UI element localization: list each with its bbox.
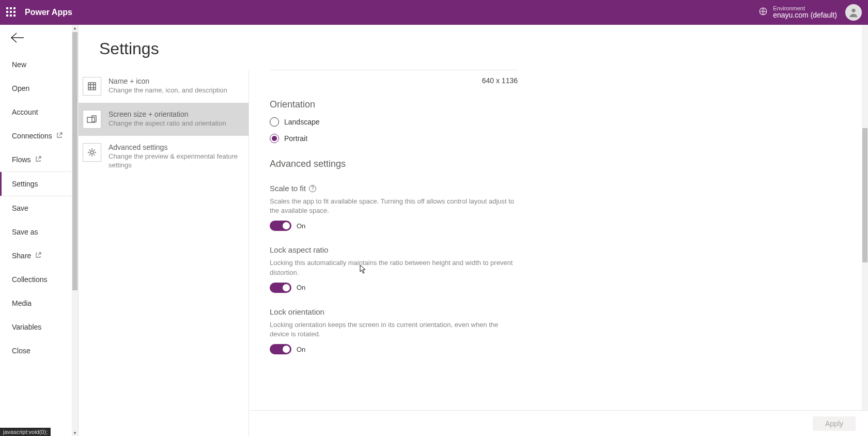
page-title: Settings bbox=[79, 25, 868, 70]
status-hint: javascript:void(0); bbox=[0, 428, 51, 436]
sidebar-item-save[interactable]: Save bbox=[0, 196, 78, 220]
radio-label: Portrait bbox=[284, 134, 307, 143]
category-desc: Change the aspect ratio and orientation bbox=[109, 119, 226, 128]
sidebar-scrollbar[interactable]: ▲ ▼ bbox=[72, 25, 78, 436]
sidebar-item-flows[interactable]: Flows bbox=[0, 148, 78, 172]
toggle-state-label: On bbox=[297, 284, 305, 291]
apply-button[interactable]: Apply bbox=[813, 416, 856, 431]
setting-title-label: Lock aspect ratio bbox=[270, 245, 328, 254]
svg-rect-2 bbox=[88, 83, 96, 90]
sidebar-item-save-as[interactable]: Save as bbox=[0, 220, 78, 244]
app-launcher-icon[interactable] bbox=[6, 7, 17, 18]
toggle-switch[interactable] bbox=[270, 344, 291, 354]
orientation-heading: Orientation bbox=[270, 99, 847, 110]
radio-circle-icon bbox=[270, 117, 279, 127]
sidebar-item-open[interactable]: Open bbox=[0, 76, 78, 100]
setting-title-label: Scale to fit bbox=[270, 184, 306, 193]
sidebar-item-label: Collections bbox=[12, 275, 47, 284]
setting-desc: Scales the app to fit available space. T… bbox=[270, 197, 518, 215]
sidebar-item-label: Save as bbox=[12, 228, 38, 236]
sidebar: NewOpenAccountConnectionsFlowsSettingsSa… bbox=[0, 25, 79, 436]
category-icon bbox=[83, 110, 101, 129]
toggle-state-label: On bbox=[297, 346, 305, 353]
sidebar-item-settings[interactable]: Settings bbox=[0, 172, 78, 196]
category-title: Name + icon bbox=[109, 77, 227, 85]
sidebar-item-label: New bbox=[12, 60, 26, 69]
sidebar-item-media[interactable]: Media bbox=[0, 291, 78, 315]
sidebar-item-label: Media bbox=[12, 299, 32, 307]
advanced-heading: Advanced settings bbox=[270, 159, 847, 169]
detail-scrollbar[interactable] bbox=[862, 25, 868, 410]
orientation-radio-portrait[interactable]: Portrait bbox=[270, 134, 847, 143]
category-icon bbox=[83, 143, 101, 162]
radio-label: Landscape bbox=[284, 118, 320, 126]
sidebar-item-label: Open bbox=[12, 84, 29, 92]
category-panel: Name + iconChange the name, icon, and de… bbox=[79, 70, 249, 436]
sidebar-item-label: Flows bbox=[12, 155, 31, 164]
sidebar-item-variables[interactable]: Variables bbox=[0, 315, 78, 339]
pop-out-icon bbox=[35, 155, 41, 164]
user-avatar[interactable] bbox=[845, 4, 862, 21]
svg-point-5 bbox=[90, 151, 94, 154]
category-desc: Change the name, icon, and description bbox=[109, 86, 227, 95]
back-button[interactable] bbox=[0, 25, 78, 53]
help-icon[interactable]: ? bbox=[309, 185, 316, 192]
bottom-bar: Apply bbox=[250, 410, 868, 436]
category-title: Screen size + orientation bbox=[109, 110, 226, 118]
environment-name: enayu.com (default) bbox=[773, 11, 837, 19]
sidebar-item-label: Account bbox=[12, 108, 38, 116]
pop-out-icon bbox=[56, 132, 63, 140]
sidebar-item-connections[interactable]: Connections bbox=[0, 124, 78, 148]
sidebar-item-account[interactable]: Account bbox=[0, 100, 78, 124]
category-title: Advanced settings bbox=[109, 143, 238, 151]
sidebar-item-label: Variables bbox=[12, 323, 41, 331]
sidebar-item-collections[interactable]: Collections bbox=[0, 268, 78, 291]
category-icon bbox=[83, 77, 101, 96]
sidebar-item-share[interactable]: Share bbox=[0, 244, 78, 268]
setting-desc: Locking orientation keeps the screen in … bbox=[270, 320, 518, 339]
svg-rect-4 bbox=[92, 116, 96, 122]
setting-scale-to-fit: Scale to fit?Scales the app to fit avail… bbox=[270, 184, 518, 231]
globe-icon bbox=[758, 7, 768, 18]
screen-size-value: 640 x 1136 bbox=[270, 70, 518, 91]
sidebar-item-close[interactable]: Close bbox=[0, 339, 78, 363]
sidebar-item-label: Share bbox=[12, 252, 31, 260]
setting-lock-orientation: Lock orientationLocking orientation keep… bbox=[270, 307, 518, 354]
radio-circle-icon bbox=[270, 134, 279, 143]
toggle-switch[interactable] bbox=[270, 221, 291, 231]
category-name-icon[interactable]: Name + iconChange the name, icon, and de… bbox=[79, 70, 249, 103]
sidebar-item-label: Connections bbox=[12, 132, 52, 140]
category-screen-size-orientation[interactable]: Screen size + orientationChange the aspe… bbox=[79, 103, 249, 136]
environment-picker[interactable]: Environment enayu.com (default) bbox=[758, 5, 837, 19]
sidebar-item-label: Save bbox=[12, 204, 28, 212]
svg-point-1 bbox=[851, 9, 855, 12]
pop-out-icon bbox=[35, 252, 41, 260]
top-bar: Power Apps Environment enayu.com (defaul… bbox=[0, 0, 868, 25]
setting-desc: Locking this automatically maintains the… bbox=[270, 258, 518, 277]
toggle-switch[interactable] bbox=[270, 283, 291, 293]
sidebar-item-label: Close bbox=[12, 347, 30, 355]
category-advanced-settings[interactable]: Advanced settingsChange the preview & ex… bbox=[79, 136, 249, 177]
sidebar-item-label: Settings bbox=[12, 180, 38, 188]
category-desc: Change the preview & experimental featur… bbox=[109, 152, 238, 170]
setting-lock-aspect-ratio: Lock aspect ratioLocking this automatica… bbox=[270, 245, 518, 292]
toggle-state-label: On bbox=[297, 222, 305, 230]
detail-panel: 640 x 1136 Orientation LandscapePortrait… bbox=[249, 70, 868, 436]
app-title: Power Apps bbox=[25, 8, 72, 17]
sidebar-item-new[interactable]: New bbox=[0, 53, 78, 76]
setting-title-label: Lock orientation bbox=[270, 307, 324, 316]
orientation-radio-landscape[interactable]: Landscape bbox=[270, 117, 847, 127]
